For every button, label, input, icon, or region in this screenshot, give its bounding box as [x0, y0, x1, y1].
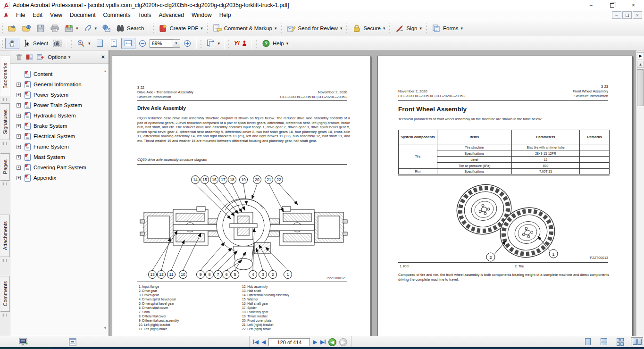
window-close-button[interactable]: × [623, 0, 644, 10]
section-title: Structure Introduction [137, 95, 193, 100]
menu-view[interactable]: View [46, 11, 66, 19]
organizer-button[interactable]: ▾ [62, 23, 81, 34]
new-bookmark-button[interactable] [37, 54, 44, 60]
next-page-button[interactable]: ▶ [313, 339, 317, 345]
page-number: 3-23 [573, 84, 608, 89]
zoom-in-button[interactable] [180, 38, 194, 49]
toolbar-grip [1, 24, 3, 33]
expand-plus-icon[interactable]: + [17, 176, 21, 180]
scrollbar-thumb[interactable] [637, 69, 644, 106]
help-button[interactable]: ?Help▾ [259, 38, 291, 49]
document-minimize-button[interactable]: − [612, 11, 621, 19]
page-indicator-input[interactable] [268, 338, 310, 346]
window-restore-button[interactable] [602, 0, 623, 10]
zoom-dropdown-button[interactable]: ▾ [173, 39, 180, 48]
bookmarks-scrollbar[interactable]: ▲ ▼ [102, 65, 108, 335]
fit-width-button[interactable] [121, 38, 135, 49]
expand-plus-icon[interactable]: + [17, 155, 21, 159]
menu-document[interactable]: Document [66, 11, 100, 19]
save-button[interactable] [33, 23, 48, 34]
window-minimize-button[interactable]: − [580, 0, 602, 10]
forms-button[interactable]: Forms▾ [429, 23, 465, 34]
sign-button[interactable]: Sign▾ [393, 23, 424, 34]
expand-plus-icon[interactable]: + [17, 114, 21, 118]
tab-pages[interactable]: Pages [0, 153, 10, 181]
document-pdf-icon [3, 12, 9, 18]
callout-number: 16 [212, 177, 217, 182]
first-page-button[interactable]: ◀ [253, 339, 259, 345]
page-view-button[interactable] [68, 338, 77, 348]
menu-tools[interactable]: Tools [134, 11, 155, 19]
menu-edit[interactable]: Edit [29, 11, 46, 19]
callout-number: 1 [552, 252, 554, 257]
sign-label: Sign [406, 25, 417, 31]
page-display-button[interactable]: ▾ [204, 38, 223, 49]
section-heading: Drive Axle Assembly [137, 105, 186, 111]
previous-view-button[interactable]: ◀ [328, 338, 336, 346]
secure-button[interactable]: Secure▾ [350, 23, 387, 34]
comment-markup-button[interactable]: Comment & Markup▾ [210, 23, 279, 34]
print-button[interactable] [48, 23, 62, 34]
email-button[interactable] [99, 23, 113, 34]
menu-help[interactable]: Help [216, 11, 235, 19]
tab-bookmarks[interactable]: Bookmarks [0, 56, 10, 96]
menu-comments[interactable]: Comments [100, 11, 134, 19]
send-for-review-button[interactable]: Send for Review▾ [284, 23, 345, 34]
tab-comments[interactable]: Comments [0, 276, 10, 312]
open-button[interactable] [5, 23, 19, 34]
open-web-button[interactable] [19, 23, 33, 34]
options-menu-button[interactable]: Options▾ [48, 54, 70, 60]
zoom-out-button[interactable] [135, 38, 150, 49]
next-view-button[interactable]: ▶ [339, 338, 347, 346]
select-tool-button[interactable]: Select [19, 38, 50, 49]
snapshot-button[interactable] [50, 38, 65, 49]
pdf-page-right: November 2, 2020 CLG2020H/C-2035H/C,CLG2… [377, 56, 633, 336]
document-close-button[interactable]: × [633, 11, 642, 19]
zoom-level-input[interactable] [150, 39, 173, 48]
expand-current-bookmark-button[interactable] [26, 54, 33, 60]
reading-mode-button[interactable] [19, 338, 28, 348]
scrollbar-menu-button[interactable]: ▶ [637, 52, 644, 59]
monitor-icon [19, 338, 28, 346]
tab-signatures[interactable]: Signatures [0, 103, 10, 140]
attach-button[interactable]: ▾ [81, 23, 100, 34]
document-restore-button[interactable] [622, 11, 632, 19]
scroll-up-button[interactable]: ▲ [637, 61, 644, 68]
drive-axle-diagram: 14 15 16 17 18 19 20 21 22 13 12 11 10 9 [137, 167, 350, 280]
hand-tool-button[interactable] [5, 38, 19, 49]
zoom-tool-button[interactable]: ▾ [74, 38, 93, 49]
delete-bookmark-button[interactable] [16, 54, 22, 60]
single-page-layout-button[interactable] [583, 337, 593, 346]
tab-attachments[interactable]: Attachments [0, 215, 10, 257]
document-scrollbar[interactable]: ▶ ▲ [636, 50, 644, 336]
expand-plus-icon[interactable]: + [17, 93, 21, 97]
menu-file[interactable]: File [12, 11, 29, 19]
expand-plus-icon[interactable]: + [17, 145, 21, 149]
close-panel-button[interactable]: × [101, 53, 105, 60]
continuous-facing-layout-button[interactable] [615, 337, 625, 346]
search-button[interactable]: Search [113, 23, 146, 34]
model-codes: CLG2020H/C-2035H/C,CLG2020G-2035G [280, 95, 347, 100]
scroll-down-icon[interactable]: ▼ [102, 325, 108, 331]
create-pdf-button[interactable]: Create PDF▾ [156, 23, 205, 34]
expand-plus-icon[interactable]: + [17, 103, 21, 108]
bookmark-page-icon [25, 174, 31, 182]
email-globe-icon [101, 24, 111, 33]
expand-plus-icon[interactable]: + [17, 124, 21, 128]
menu-window[interactable]: Window [188, 11, 216, 19]
fit-height-button[interactable] [107, 38, 121, 49]
previous-page-button[interactable]: ◀ [261, 339, 266, 345]
facing-layout-button[interactable] [631, 337, 643, 346]
yahoo-search-button[interactable]: Y! [232, 38, 250, 49]
model-codes: CLG2020H/C-2035H/C,CLG2020G-2035G [398, 94, 465, 99]
fit-page-button[interactable] [93, 38, 107, 49]
scroll-up-icon[interactable]: ▲ [102, 68, 108, 74]
continuous-layout-button[interactable] [599, 337, 609, 346]
table-row: Rim Specifications 7.00T-15 [399, 169, 610, 175]
expand-plus-icon[interactable]: + [17, 134, 21, 139]
last-page-button[interactable]: ▶ [320, 339, 326, 345]
expand-plus-icon[interactable]: + [17, 166, 21, 170]
document-pane[interactable]: 3-22 Drive Axle - Transmission Assembly … [110, 50, 644, 336]
menu-advanced[interactable]: Advanced [155, 11, 188, 19]
expand-plus-icon[interactable]: + [17, 83, 21, 87]
